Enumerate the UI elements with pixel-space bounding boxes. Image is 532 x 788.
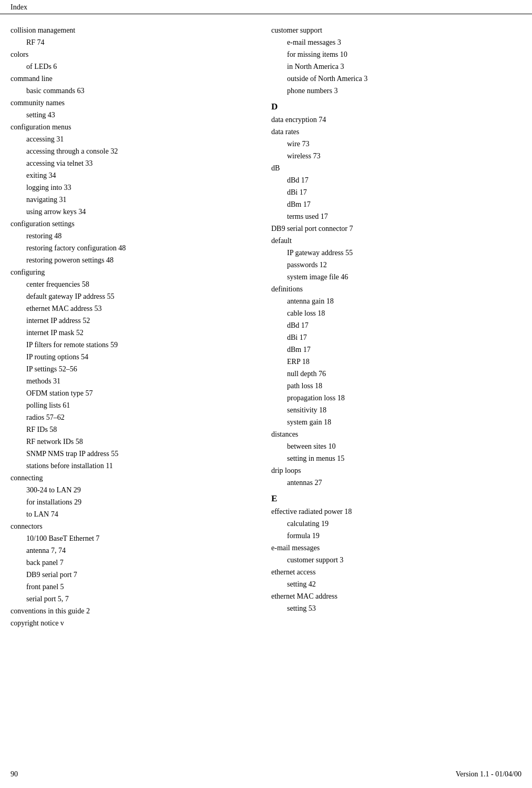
list-item: restoring poweron settings 48 (11, 255, 250, 266)
list-item: D (271, 102, 521, 112)
list-item: connectors (11, 521, 250, 532)
list-item: colors (11, 49, 250, 60)
version-info: Version 1.1 - 01/04/00 (456, 770, 521, 779)
list-item: customer support (271, 25, 521, 36)
list-item: customer support 3 (271, 554, 521, 565)
list-item: IP routing options 54 (11, 351, 250, 362)
list-item: dBm 17 (271, 344, 521, 355)
list-item: data encryption 74 (271, 114, 521, 125)
right-column: customer supporte-mail messages 3for mis… (266, 25, 521, 630)
list-item: antenna gain 18 (271, 296, 521, 307)
list-item: basic commands 63 (11, 85, 250, 96)
list-item: configuration menus (11, 122, 250, 133)
list-item: front panel 5 (11, 581, 250, 592)
list-item: null depth 76 (271, 368, 521, 379)
list-item: configuration settings (11, 218, 250, 229)
list-item: collision management (11, 25, 250, 36)
list-item: for installations 29 (11, 497, 250, 508)
list-item: default (271, 235, 521, 246)
list-item: internet IP mask 52 (11, 327, 250, 338)
header-title: Index (11, 3, 27, 12)
list-item: OFDM station type 57 (11, 388, 250, 399)
list-item: sensitivity 18 (271, 405, 521, 416)
list-item: antennas 27 (271, 477, 521, 488)
list-item: formula 19 (271, 530, 521, 541)
list-item: 300-24 to LAN 29 (11, 484, 250, 496)
list-item: copyright notice v (11, 618, 250, 629)
list-item: default gateway IP address 55 (11, 291, 250, 302)
list-item: using arrow keys 34 (11, 206, 250, 217)
list-item: 10/100 BaseT Ethernet 7 (11, 533, 250, 544)
list-item: dBm 17 (271, 199, 521, 210)
list-item: dBd 17 (271, 320, 521, 331)
list-item: ethernet MAC address 53 (11, 303, 250, 314)
list-item: propagation loss 18 (271, 392, 521, 403)
list-item: methods 31 (11, 376, 250, 387)
list-item: accessing through a console 32 (11, 146, 250, 157)
list-item: dBi 17 (271, 187, 521, 198)
list-item: wireless 73 (271, 150, 521, 161)
list-item: ERP 18 (271, 356, 521, 367)
page-footer: 90 Version 1.1 - 01/04/00 (0, 770, 532, 779)
list-item: stations before installation 11 (11, 460, 250, 471)
list-item: ethernet access (271, 567, 521, 578)
page-number: 90 (11, 770, 18, 779)
list-item: dBi 17 (271, 332, 521, 343)
list-item: ethernet MAC address (271, 591, 521, 602)
list-item: phone numbers 3 (271, 85, 521, 96)
list-item: setting 53 (271, 603, 521, 614)
list-item: serial port 5, 7 (11, 593, 250, 604)
list-item: DB9 serial port connector 7 (271, 223, 521, 234)
left-column: collision managementRF 74colorsof LEDs 6… (11, 25, 266, 630)
page-header: Index (0, 0, 532, 14)
list-item: RF IDs 58 (11, 424, 250, 435)
list-item: restoring factory configuration 48 (11, 243, 250, 254)
list-item: path loss 18 (271, 380, 521, 391)
list-item: e-mail messages 3 (271, 37, 521, 48)
list-item: radios 57–62 (11, 412, 250, 423)
list-item: drip loops (271, 465, 521, 476)
list-item: dB (271, 163, 521, 174)
list-item: IP settings 52–56 (11, 363, 250, 375)
list-item: dBd 17 (271, 175, 521, 186)
list-item: cable loss 18 (271, 308, 521, 319)
list-item: system image file 46 (271, 271, 521, 282)
content-area: collision managementRF 74colorsof LEDs 6… (0, 14, 532, 661)
list-item: to LAN 74 (11, 509, 250, 520)
list-item: SNMP NMS trap IP address 55 (11, 448, 250, 459)
list-item: of LEDs 6 (11, 61, 250, 72)
list-item: setting in menus 15 (271, 453, 521, 464)
list-item: setting 43 (11, 109, 250, 120)
list-item: calculating 19 (271, 518, 521, 529)
list-item: in North America 3 (271, 61, 521, 72)
list-item: IP gateway address 55 (271, 247, 521, 258)
list-item: connecting (11, 472, 250, 483)
list-item: between sites 10 (271, 441, 521, 452)
list-item: community names (11, 97, 250, 108)
list-item: terms used 17 (271, 211, 521, 222)
list-item: restoring 48 (11, 230, 250, 241)
list-item: outside of North America 3 (271, 73, 521, 84)
list-item: data rates (271, 126, 521, 137)
list-item: configuring (11, 267, 250, 278)
list-item: wire 73 (271, 138, 521, 149)
list-item: effective radiated power 18 (271, 506, 521, 517)
list-item: accessing via telnet 33 (11, 158, 250, 169)
list-item: RF 74 (11, 37, 250, 48)
list-item: RF network IDs 58 (11, 436, 250, 447)
list-item: logging into 33 (11, 182, 250, 193)
list-item: DB9 serial port 7 (11, 569, 250, 580)
list-item: definitions (271, 284, 521, 295)
list-item: exiting 34 (11, 170, 250, 181)
list-item: center frequencies 58 (11, 279, 250, 290)
list-item: conventions in this guide 2 (11, 605, 250, 617)
list-item: setting 42 (271, 579, 521, 590)
list-item: IP filters for remote stations 59 (11, 339, 250, 350)
list-item: accessing 31 (11, 134, 250, 145)
list-item: E (271, 493, 521, 504)
list-item: back panel 7 (11, 557, 250, 568)
list-item: antenna 7, 74 (11, 545, 250, 556)
list-item: polling lists 61 (11, 400, 250, 411)
list-item: navigating 31 (11, 194, 250, 205)
list-item: internet IP address 52 (11, 315, 250, 326)
